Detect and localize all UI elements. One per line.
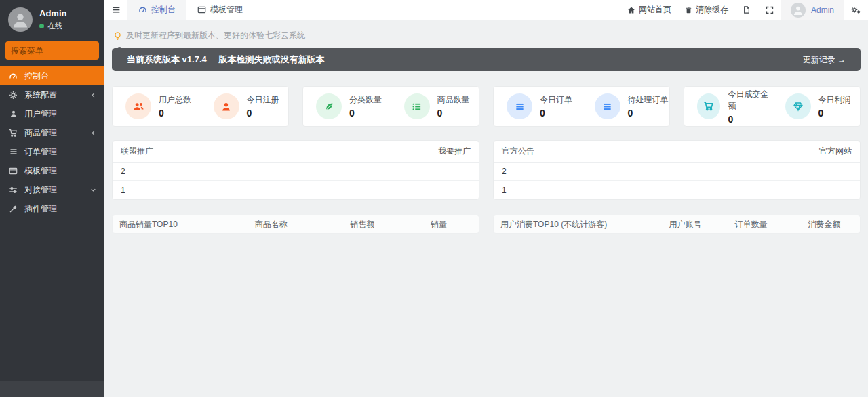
hamburger-icon[interactable] — [104, 0, 127, 20]
dashboard-icon — [138, 5, 147, 14]
user-icon — [214, 93, 239, 119]
update-log-link[interactable]: 更新记录 → — [803, 54, 846, 66]
panels-row: 联盟推广 我要推广 2 1 官方公告 官方网站 2 1 — [112, 140, 861, 200]
navbar-user-name: Admin — [811, 5, 834, 15]
version-status: 版本检测失败或没有新版本 — [218, 54, 324, 64]
search-input[interactable] — [11, 46, 116, 56]
sidebar-menu: 控制台 系统配置 用户管理 商品管理 — [0, 66, 104, 381]
file-icon[interactable] — [735, 0, 758, 20]
stat-product-count: 商品数量 0 — [391, 93, 479, 119]
column-header: 销量 — [424, 219, 479, 230]
stat-today-registered: 今日注册 0 — [201, 93, 289, 119]
column-header: 消费金额 — [802, 219, 860, 230]
sidebar-item-user-management[interactable]: 用户管理 — [0, 104, 104, 123]
sidebar: Admin 在线 控制台 系统配置 — [0, 0, 104, 397]
sidebar-item-order-management[interactable]: 订单管理 — [0, 142, 104, 161]
table-title: 用户消费TOP10 (不统计游客) — [494, 219, 662, 230]
promote-link[interactable]: 我要推广 — [438, 146, 471, 157]
stat-today-profit: 今日利润 0 — [772, 93, 861, 119]
sidebar-item-dashboard[interactable]: 控制台 — [0, 66, 104, 85]
sidebar-item-plugin-management[interactable]: 插件管理 — [0, 199, 104, 218]
gear-icon — [8, 91, 18, 100]
tab-bar: 控制台 模板管理 — [127, 0, 254, 20]
user-status: 在线 — [39, 21, 66, 31]
clear-cache-link[interactable]: 清除缓存 — [678, 0, 735, 20]
table-top-products: 商品销量TOP10 商品名称 销售额 销量 — [112, 215, 479, 234]
stat-card-catalog: 分类数量 0 商品数量 0 — [302, 86, 479, 127]
list-icon — [404, 93, 430, 119]
column-header: 用户账号 — [662, 219, 728, 230]
version-banner: 当前系统版本 v1.7.4 版本检测失败或没有新版本 更新记录 → — [112, 48, 861, 71]
users-icon — [125, 93, 151, 119]
home-icon — [627, 6, 635, 14]
table-title: 商品销量TOP10 — [113, 219, 248, 230]
panel-announcements: 官方公告 官方网站 2 1 — [493, 140, 861, 200]
stat-total-users: 用户总数 0 — [113, 93, 201, 119]
tables-row: 商品销量TOP10 商品名称 销售额 销量 用户消费TOP10 (不统计游客) … — [112, 215, 861, 234]
bars-icon — [507, 93, 532, 119]
tab-dashboard[interactable]: 控制台 — [127, 0, 186, 20]
trash-icon — [685, 6, 692, 14]
cart-icon — [697, 93, 720, 119]
sidebar-item-integration-management[interactable]: 对接管理 — [0, 180, 104, 199]
window-icon — [197, 5, 206, 14]
main-area: 控制台 模板管理 网站首页 清除缓存 — [104, 0, 868, 397]
plugin-icon — [8, 205, 18, 213]
avatar — [8, 7, 33, 32]
bars-icon — [595, 93, 620, 119]
chevron-down-icon — [90, 187, 96, 193]
sidebar-item-template-management[interactable]: 模板管理 — [0, 161, 104, 180]
chevron-left-icon — [90, 130, 96, 136]
expand-icon[interactable] — [758, 0, 781, 20]
gears-icon[interactable] — [844, 0, 868, 20]
navbar-user-menu[interactable]: Admin — [781, 0, 844, 20]
content: 及时更新程序到最新版本、更好的体验七彩云系统 当前系统版本 v1.7.4 版本检… — [104, 20, 868, 397]
sidebar-footer — [0, 381, 104, 397]
panel-affiliate: 联盟推广 我要推广 2 1 — [112, 140, 479, 200]
window-icon — [8, 167, 18, 175]
column-header: 订单数量 — [728, 219, 802, 230]
online-dot-icon — [39, 24, 44, 28]
stat-card-revenue: 今日成交金额 0 今日利润 0 — [684, 86, 861, 127]
stat-card-orders: 今日订单 0 待处理订单 0 — [493, 86, 670, 127]
column-header: 商品名称 — [248, 219, 343, 230]
top-navbar: 控制台 模板管理 网站首页 清除缓存 — [104, 0, 868, 20]
bulb-icon — [113, 31, 122, 41]
tab-template-management[interactable]: 模板管理 — [186, 0, 254, 20]
sliders-icon — [8, 186, 18, 194]
user-icon — [8, 110, 18, 118]
stats-row: 用户总数 0 今日注册 0 — [112, 86, 861, 127]
list-item[interactable]: 2 — [494, 163, 860, 181]
sidebar-user-panel: Admin 在线 — [0, 0, 104, 39]
stat-card-users: 用户总数 0 今日注册 0 — [112, 86, 289, 127]
stat-today-revenue: 今日成交金额 0 — [684, 89, 772, 125]
list-item[interactable]: 1 — [494, 181, 860, 199]
list-icon — [8, 148, 18, 156]
table-top-users: 用户消费TOP10 (不统计游客) 用户账号 订单数量 消费金额 — [493, 215, 861, 234]
update-tip: 及时更新程序到最新版本、更好的体验七彩云系统 — [113, 30, 861, 41]
list-item[interactable]: 1 — [113, 181, 479, 199]
version-text: 当前系统版本 v1.7.4 — [127, 54, 207, 64]
official-site-link[interactable]: 官方网站 — [819, 146, 852, 157]
user-name: Admin — [39, 8, 66, 18]
site-home-link[interactable]: 网站首页 — [620, 0, 678, 20]
cart-icon — [8, 129, 18, 138]
list-item[interactable]: 2 — [113, 163, 479, 181]
sidebar-item-product-management[interactable]: 商品管理 — [0, 123, 104, 142]
panel-title: 联盟推广 — [121, 146, 153, 157]
stat-pending-orders: 待处理订单 0 — [582, 93, 670, 119]
column-header: 销售额 — [343, 219, 424, 230]
stat-today-orders: 今日订单 0 — [494, 93, 582, 119]
diamond-icon — [785, 93, 811, 119]
chevron-left-icon — [90, 92, 96, 98]
avatar — [791, 3, 806, 18]
stat-category-count: 分类数量 0 — [303, 93, 391, 119]
navbar-right: 网站首页 清除缓存 Admin — [620, 0, 868, 20]
sidebar-search — [5, 41, 99, 60]
dashboard-icon — [8, 72, 18, 81]
panel-title: 官方公告 — [502, 146, 534, 157]
leaf-icon — [316, 93, 342, 119]
sidebar-item-system-config[interactable]: 系统配置 — [0, 85, 104, 104]
